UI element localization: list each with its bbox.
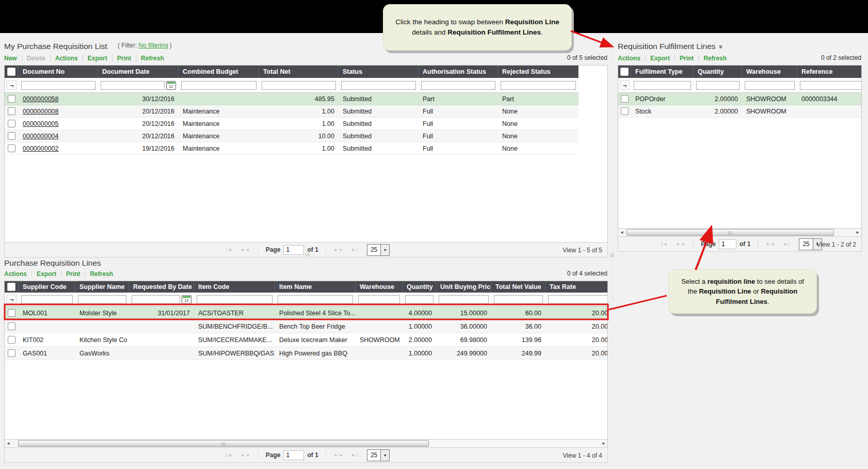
page-size-select[interactable]: 25 ▼: [367, 449, 390, 461]
horizontal-scrollbar[interactable]: ◄ ||| ►: [618, 228, 862, 237]
export-button[interactable]: Export: [650, 55, 670, 62]
column-header-rejected-status[interactable]: Rejected Status: [498, 66, 578, 78]
table-row[interactable]: GAS001 GasWorks SUM/HIPOWERBBQ/GAS High …: [5, 347, 608, 360]
req-lines-heading[interactable]: Purchase Requisition Lines: [4, 258, 101, 268]
page-size-select[interactable]: 25 ▼: [367, 244, 390, 256]
pager-first-icon[interactable]: |◄: [661, 241, 668, 247]
column-header-document-no[interactable]: Document No: [19, 66, 98, 78]
column-header-quantity[interactable]: Quantity: [694, 66, 742, 78]
print-button[interactable]: Print: [66, 270, 80, 278]
horizontal-splitter-grip[interactable]: |||: [303, 252, 312, 255]
document-link[interactable]: 0000000058: [23, 95, 59, 103]
select-all-checkbox[interactable]: [5, 66, 19, 78]
table-row[interactable]: 0000000005 20/12/2016 Maintenance 1.00 S…: [5, 118, 578, 130]
filter-input-supplier-code[interactable]: [21, 295, 73, 304]
table-row[interactable]: KIT002 Kitchen Style Co SUM/ICECREAMMAKE…: [5, 333, 608, 347]
filter-input-unit-buying-price[interactable]: [439, 295, 489, 304]
pager-next-icon[interactable]: ►►: [766, 241, 776, 247]
print-button[interactable]: Print: [117, 55, 131, 62]
column-header-quantity[interactable]: Quantity: [403, 281, 436, 293]
filter-input-quantity[interactable]: [696, 81, 740, 90]
column-header-item-name[interactable]: Item Name: [275, 281, 356, 293]
scroll-left-icon[interactable]: ◄: [5, 440, 12, 447]
pager-first-icon[interactable]: |◄: [226, 247, 233, 252]
row-checkbox[interactable]: [8, 132, 15, 140]
table-row[interactable]: 0000000008 20/12/2016 Maintenance 1.00 S…: [5, 105, 578, 118]
pager-last-icon[interactable]: ►|: [351, 247, 358, 252]
column-header-warehouse[interactable]: Warehouse: [356, 281, 403, 293]
filter-input-combined-budget[interactable]: [181, 81, 256, 90]
document-link[interactable]: 0000000005: [23, 120, 59, 127]
new-button[interactable]: New: [4, 55, 17, 62]
page-number-input[interactable]: [283, 450, 304, 460]
pager-prev-icon[interactable]: ◄◄: [675, 241, 685, 247]
select-all-checkbox[interactable]: [618, 66, 631, 78]
table-row[interactable]: 0000000002 19/12/2016 Maintenance 1.00 S…: [5, 142, 578, 155]
document-link[interactable]: 0000000008: [23, 108, 59, 115]
filter-input-item-code[interactable]: [197, 295, 272, 304]
row-checkbox[interactable]: [621, 107, 629, 115]
filter-clear-icon[interactable]: ¬: [7, 80, 17, 90]
filter-input-item-name[interactable]: [278, 295, 353, 304]
actions-button[interactable]: Actions: [55, 55, 78, 62]
pager-last-icon[interactable]: ►|: [783, 241, 790, 247]
refresh-button[interactable]: Refresh: [90, 270, 113, 278]
column-header-reference[interactable]: Reference: [797, 66, 862, 78]
scrollbar-thumb[interactable]: |||: [18, 440, 429, 447]
pager-first-icon[interactable]: |◄: [226, 452, 233, 458]
row-checkbox[interactable]: [621, 95, 629, 103]
column-header-total-net-value[interactable]: Total Net Value: [491, 281, 545, 293]
filter-input-supplier-name[interactable]: [78, 295, 126, 304]
row-checkbox[interactable]: [8, 336, 15, 344]
select-all-checkbox[interactable]: [5, 281, 19, 293]
filter-input-reference[interactable]: [800, 81, 862, 90]
print-button[interactable]: Print: [680, 55, 694, 62]
delete-button[interactable]: Delete: [27, 55, 45, 62]
table-row[interactable]: SUM/BENCHFRIDGE/B... Bench Top Beer Frid…: [5, 320, 608, 333]
filter-input-warehouse[interactable]: [358, 295, 400, 304]
column-header-tax-rate[interactable]: Tax Rate: [545, 281, 608, 293]
row-checkbox[interactable]: [8, 120, 15, 127]
column-header-requested-by-date[interactable]: Requested By Date: [129, 281, 194, 293]
fulfilment-lines-heading[interactable]: Requisition Fulfilment Lines: [618, 42, 716, 51]
page-number-input[interactable]: [719, 239, 736, 249]
column-header-item-code[interactable]: Item Code: [194, 281, 275, 293]
row-checkbox[interactable]: [8, 144, 15, 152]
filter-clear-icon[interactable]: ¬: [620, 80, 630, 90]
refresh-button[interactable]: Refresh: [703, 55, 727, 62]
export-button[interactable]: Export: [88, 55, 107, 62]
row-checkbox[interactable]: [8, 322, 15, 330]
row-checkbox[interactable]: [8, 95, 15, 103]
pager-next-icon[interactable]: ►►: [334, 452, 344, 458]
filter-input-authorisation-status[interactable]: [421, 81, 495, 90]
pager-prev-icon[interactable]: ◄◄: [240, 452, 250, 458]
column-header-unit-buying-price[interactable]: Unit Buying Price: [436, 281, 491, 293]
actions-button[interactable]: Actions: [4, 270, 27, 278]
refresh-button[interactable]: Refresh: [141, 55, 164, 62]
filter-input-tax-rate[interactable]: [548, 295, 608, 304]
column-header-warehouse[interactable]: Warehouse: [742, 66, 797, 78]
filter-clear-icon[interactable]: ¬: [7, 295, 17, 304]
column-header-supplier-name[interactable]: Supplier Name: [75, 281, 129, 293]
table-row[interactable]: Stock 2.00000 SHOWROOM: [618, 105, 862, 118]
splitter-grip-icon[interactable]: |||: [610, 254, 615, 257]
pager-last-icon[interactable]: ►|: [351, 452, 358, 458]
document-link[interactable]: 0000000002: [23, 145, 59, 152]
filter-input-warehouse[interactable]: [745, 81, 795, 90]
filter-input-requested-by-date[interactable]: [132, 295, 180, 304]
column-header-combined-budget[interactable]: Combined Budget: [179, 66, 259, 78]
vertical-splitter[interactable]: |||: [610, 36, 614, 465]
filter-input-document-date[interactable]: [101, 81, 165, 90]
page-number-input[interactable]: [283, 245, 304, 255]
filter-input-document-no[interactable]: [21, 81, 95, 90]
column-header-document-date[interactable]: Document Date: [98, 66, 179, 78]
column-header-total-net[interactable]: Total Net: [259, 66, 339, 78]
scroll-right-icon[interactable]: ►: [600, 440, 607, 447]
double-chevron-down-icon[interactable]: »: [717, 44, 725, 48]
filter-input-fulfilment-type[interactable]: [634, 81, 691, 90]
column-header-authorisation-status[interactable]: Authorisation Status: [419, 66, 498, 78]
calendar-icon[interactable]: 12: [166, 81, 176, 90]
export-button[interactable]: Export: [37, 270, 56, 278]
row-checkbox[interactable]: [8, 349, 15, 357]
filter-input-total-net[interactable]: [262, 81, 336, 90]
